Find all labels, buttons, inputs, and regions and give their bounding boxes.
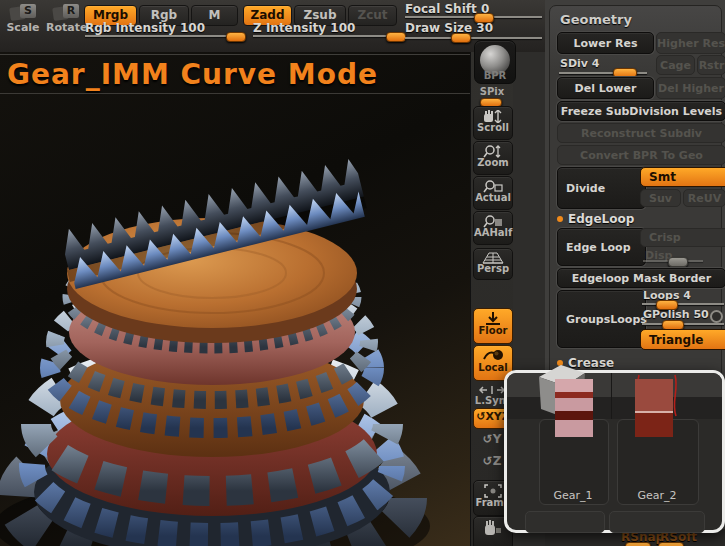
edgeloop-section-header[interactable]: EdgeLoop: [557, 212, 634, 226]
popup-section-divider: [611, 373, 612, 419]
loops-slider[interactable]: [642, 303, 724, 305]
actual-button[interactable]: Actual: [473, 176, 513, 210]
rsnap-handle[interactable]: [625, 542, 651, 546]
floor-icon: [485, 312, 501, 326]
z-intensity-handle[interactable]: [386, 32, 406, 42]
top-toolbar: S Scale R Rotate Mrgb Rgb M Zadd Zsub Zc…: [0, 0, 545, 53]
scale-icon: S: [10, 4, 36, 21]
persp-button[interactable]: Persp: [473, 248, 513, 280]
rotate-y-arrow-icon: ↺: [483, 432, 493, 446]
rotate-z-arrow-icon: ↺: [483, 454, 493, 468]
rotate-icon: R: [53, 4, 79, 21]
rotate-label: Rotate: [46, 21, 86, 34]
aahalf-button[interactable]: AAHalf: [473, 211, 513, 245]
rstr-button[interactable]: Rstr: [697, 55, 725, 75]
z-intensity-label: Z Intensity 100: [253, 21, 355, 35]
canvas-title: Gear_IMM Curve Mode: [7, 58, 378, 91]
gear-model-render: [0, 52, 470, 546]
del-higher-button[interactable]: Del Higher: [656, 77, 725, 99]
edgeloop-mask-border-button[interactable]: Edgeloop Mask Border: [557, 268, 725, 288]
imm-brush-popup: A B Gear_1 Gear_2: [504, 370, 725, 533]
gear2-label: Gear_2: [617, 489, 697, 502]
reconstruct-subdiv-button[interactable]: Reconstruct Subdiv: [557, 123, 725, 143]
divide-button[interactable]: Divide: [557, 167, 646, 209]
freeze-subdivision-button[interactable]: Freeze SubDivision Levels: [557, 101, 725, 121]
scroll-button[interactable]: Scroll: [473, 106, 513, 140]
rgb-intensity-label: Rgb Intensity 100: [85, 21, 205, 35]
reuv-button[interactable]: ReUV: [683, 189, 725, 207]
smt-button[interactable]: Smt: [640, 167, 725, 187]
gear1-thumbnail[interactable]: [555, 379, 593, 437]
scale-label: Scale: [4, 21, 42, 34]
rsoft-handle[interactable]: [658, 542, 684, 546]
suv-button[interactable]: Suv: [640, 189, 681, 207]
sdiv-label: SDiv 4: [560, 57, 599, 70]
gpolish-radio[interactable]: [710, 310, 723, 323]
floor-button[interactable]: Floor: [473, 308, 513, 344]
disp-handle[interactable]: [668, 257, 688, 267]
gear1-label: Gear_1: [539, 489, 607, 502]
cage-button[interactable]: Cage: [656, 55, 695, 75]
pan-hand-icon: [483, 520, 503, 536]
popup-bottom-button-left[interactable]: [525, 511, 605, 533]
lower-res-button[interactable]: Lower Res: [557, 32, 654, 54]
z-intensity-slider[interactable]: [253, 35, 404, 37]
rgb-intensity-slider[interactable]: [85, 35, 243, 37]
draw-size-slider[interactable]: [405, 37, 542, 39]
groupsloops-button[interactable]: GroupsLoops: [557, 290, 646, 348]
frame-icon: [484, 484, 502, 498]
canvas-title-divider: [0, 93, 470, 94]
del-lower-button[interactable]: Del Lower: [557, 77, 654, 99]
rotate-button[interactable]: R Rotate: [46, 4, 86, 34]
lsym-arrows-icon: [479, 385, 505, 395]
draw-size-handle[interactable]: [451, 33, 471, 43]
convert-bpr-button[interactable]: Convert BPR To Geo: [557, 145, 725, 165]
edge-loop-button[interactable]: Edge Loop: [557, 228, 646, 266]
bpr-render-button[interactable]: BPR: [474, 40, 516, 84]
draw-size-label: Draw Size 30: [405, 21, 493, 35]
gear2-thumbnail[interactable]: [635, 379, 673, 437]
higher-res-button[interactable]: Higher Res: [656, 32, 725, 54]
rgb-intensity-handle[interactable]: [226, 32, 246, 42]
edgeloop-bullet-icon: [557, 216, 563, 222]
zbrush-window: S Scale R Rotate Mrgb Rgb M Zadd Zsub Zc…: [0, 0, 725, 546]
scale-button[interactable]: S Scale: [4, 4, 42, 34]
local-symmetry-icon: [482, 349, 504, 363]
document-canvas[interactable]: Gear_IMM Curve Mode: [0, 52, 470, 546]
geometry-title[interactable]: Geometry: [560, 12, 632, 27]
spix-label: SPix: [473, 86, 511, 97]
crisp-button[interactable]: Crisp: [640, 228, 725, 247]
zoom-button[interactable]: Zoom: [473, 141, 513, 175]
triangle-button[interactable]: Triangle: [640, 329, 725, 350]
rotate-arrow-icon: ↺: [476, 410, 485, 423]
popup-bottom-button-right[interactable]: [609, 511, 705, 533]
